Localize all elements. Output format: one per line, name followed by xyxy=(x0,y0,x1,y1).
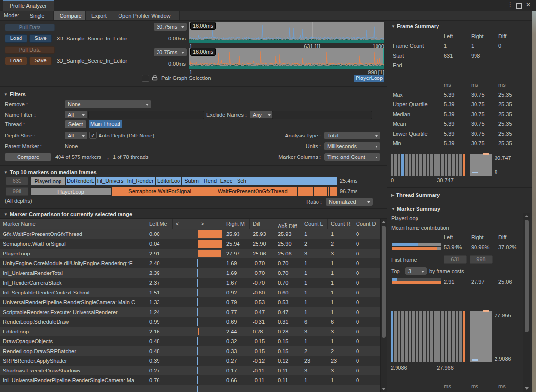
top10-segment[interactable] xyxy=(298,187,305,196)
top10-segment-semaphore-waitforsignal[interactable]: Semaphore.WaitForSignal xyxy=(112,187,208,196)
save-right-button[interactable]: Save xyxy=(29,57,52,65)
depth-slice-dropdown[interactable]: All xyxy=(65,132,87,139)
top10-segment[interactable] xyxy=(328,187,329,196)
auto-depth-checkbox[interactable]: ✓ xyxy=(89,132,97,139)
top10-segment[interactable] xyxy=(305,187,313,196)
table-row[interactable]: Semaphore.WaitForSignal0.0425.9425.9025.… xyxy=(0,239,380,249)
right-frame-graph[interactable] xyxy=(189,48,384,69)
marker-summary-boxplot[interactable] xyxy=(470,311,492,362)
column-header-right-m[interactable]: Right M xyxy=(223,219,250,230)
column-header-count-r[interactable]: Count R xyxy=(328,219,353,230)
top10-bar-row[interactable]: PlayerLoopSemaphore.WaitForSignalWaitFor… xyxy=(30,187,337,196)
first-frame-left-button[interactable]: 631 xyxy=(444,255,467,264)
top10-segment-waitforpresentongfxthread[interactable]: WaitForPresentOnGfxThread xyxy=(208,187,297,196)
maximize-icon[interactable] xyxy=(516,3,522,9)
thread-value-chip[interactable]: Main Thread xyxy=(89,120,122,128)
table-row[interactable]: DrawOpaqueObjects0.480.32-0.150.15110 xyxy=(0,336,380,346)
marker-summary-scrollbar[interactable] xyxy=(523,213,530,392)
units-dropdown[interactable]: Milliseconds xyxy=(324,142,380,150)
table-row[interactable]: ScriptableRenderer.Execute: UniversalRen… xyxy=(0,307,380,317)
top10-frame-number[interactable]: 998 xyxy=(6,187,28,196)
top10-segment-rend[interactable]: Rend xyxy=(202,177,218,185)
pull-data-right-button[interactable]: Pull Data xyxy=(5,46,55,54)
column-header-abs-diff[interactable]: ▼Abs Diff xyxy=(275,219,301,230)
scroll-up-icon[interactable] xyxy=(382,221,386,223)
comparison-scrollbar[interactable] xyxy=(380,218,387,392)
table-row[interactable]: SRPBRender.ApplyShader0.390.27-0.120.122… xyxy=(0,356,380,366)
graph1-scale-dropdown[interactable]: 30.75ms xyxy=(154,23,187,31)
table-row[interactable]: Gfx.WaitForPresentOnGfxThread0.0025.9325… xyxy=(0,229,380,239)
top10-segment-sch[interactable]: Sch xyxy=(235,177,249,185)
name-filter-input[interactable] xyxy=(88,111,204,119)
top10-segment-playerloop[interactable]: PlayerLoop xyxy=(30,177,66,185)
analysis-type-dropdown[interactable]: Total xyxy=(324,132,380,139)
table-row[interactable]: RenderLoop.DrawSRPBatcher0.480.33-0.150.… xyxy=(0,346,380,356)
top-n-dropdown[interactable]: 3 xyxy=(405,267,427,275)
top10-segment-dorenderl[interactable]: DoRenderL xyxy=(66,177,95,185)
column-header--[interactable]: > xyxy=(198,219,223,230)
table-row[interactable]: EditorLoop2.162.440.280.28330 xyxy=(0,327,380,336)
name-filter-mode-dropdown[interactable]: All xyxy=(65,111,87,118)
open-profiler-window-button[interactable]: Open Profiler Window xyxy=(109,11,180,20)
top10-bar-row[interactable]: PlayerLoopDoRenderLInl_UniversInl_Render… xyxy=(30,177,337,185)
unlock-icon[interactable] xyxy=(152,74,158,81)
top10-segment[interactable] xyxy=(326,187,328,196)
load-left-button[interactable]: Load xyxy=(5,34,27,43)
top10-segment-inl-univers[interactable]: Inl_Univers xyxy=(96,177,125,185)
table-row[interactable]: Inl_UniversalRenderTotal2.391.69-0.700.7… xyxy=(0,268,380,278)
mode-compare-button[interactable]: Compare xyxy=(53,11,88,20)
column-header-marker-name[interactable]: Marker Name xyxy=(0,219,146,230)
first-frame-right-button[interactable]: 998 xyxy=(470,255,493,264)
kebab-menu-icon[interactable]: ⋮ xyxy=(507,1,513,8)
table-row[interactable]: Inl_RenderCameraStack2.371.67-0.700.7011… xyxy=(0,278,380,288)
table-row[interactable]: RenderLoop.ScheduleDraw0.990.69-0.310.31… xyxy=(0,317,380,327)
window-edge-scrollbar[interactable] xyxy=(532,11,536,392)
top10-segment[interactable] xyxy=(258,177,337,185)
table-row[interactable]: UniversalRenderPipeline.RenderSingleCame… xyxy=(0,297,380,307)
remove-dropdown[interactable]: None xyxy=(65,100,151,108)
comparison-scrollbar-thumb[interactable] xyxy=(382,226,386,338)
column-header-diff[interactable]: Diff xyxy=(250,219,275,230)
marker-columns-dropdown[interactable]: Time and Count xyxy=(324,153,380,161)
table-row[interactable]: UnityEngine.CoreModule.dll!UnityEngine.R… xyxy=(0,258,380,268)
column-header-count-l[interactable]: Count L xyxy=(301,219,328,230)
exclude-mode-dropdown[interactable]: Any xyxy=(250,111,273,118)
marker-summary-scrollbar-thumb[interactable] xyxy=(525,220,529,332)
scroll-down-icon[interactable] xyxy=(382,388,386,390)
frame-summary-boxplot[interactable] xyxy=(470,154,492,176)
pair-graph-checkbox[interactable] xyxy=(142,75,149,82)
table-row[interactable]: Inl_UniversalRenderPipeline.RenderSingle… xyxy=(0,375,380,385)
comparison-section-header[interactable]: ▼Marker Comparison for currently selecte… xyxy=(4,211,132,217)
marker-summary-header[interactable]: ▼Marker Summary xyxy=(391,206,440,212)
exclude-names-input[interactable] xyxy=(272,111,372,119)
close-icon[interactable]: ✕ xyxy=(526,1,531,8)
left-frame-graph[interactable] xyxy=(189,22,384,43)
table-row[interactable]: Shadows.ExecuteDrawShadows0.270.17-0.110… xyxy=(0,366,380,375)
mode-single-button[interactable]: Single xyxy=(22,12,52,20)
thread-summary-header[interactable]: ▶Thread Summary xyxy=(391,192,440,198)
thread-select-button[interactable]: Select xyxy=(65,120,86,128)
graph-selected-marker-chip[interactable]: PlayerLoop xyxy=(354,75,384,82)
profile-analyzer-tab[interactable]: Profile Analyzer xyxy=(3,0,54,11)
pull-data-left-button[interactable]: Pull Data xyxy=(5,24,55,31)
frame-summary-header[interactable]: ▼Frame Summary xyxy=(391,23,439,29)
column-header-left-me[interactable]: Left Me xyxy=(146,219,173,230)
top10-segment-editorloo[interactable]: EditorLoo xyxy=(156,177,181,185)
top10-frame-number[interactable]: 631 xyxy=(6,177,28,185)
frame-summary-histogram[interactable] xyxy=(391,154,466,176)
top10-segment-submi[interactable]: Submi xyxy=(182,177,202,185)
top10-segment-inl-render[interactable]: Inl_Render xyxy=(125,177,155,185)
load-right-button[interactable]: Load xyxy=(5,57,27,65)
scroll-up-icon[interactable] xyxy=(525,215,529,217)
compare-button[interactable]: Compare xyxy=(5,153,51,161)
top10-segment[interactable] xyxy=(330,187,337,196)
top10-segment[interactable] xyxy=(314,187,318,196)
scroll-down-icon[interactable] xyxy=(525,387,529,390)
table-row[interactable] xyxy=(0,385,380,392)
table-row[interactable]: Inl_ScriptableRenderContext.Submit1.510.… xyxy=(0,288,380,297)
top10-segment[interactable] xyxy=(318,187,323,196)
save-left-button[interactable]: Save xyxy=(29,34,52,43)
column-header-count-d[interactable]: Count D xyxy=(353,219,380,230)
top10-section-header[interactable]: ▼Top 10 markers on median frames xyxy=(4,169,97,175)
marker-summary-histogram[interactable] xyxy=(391,311,466,362)
